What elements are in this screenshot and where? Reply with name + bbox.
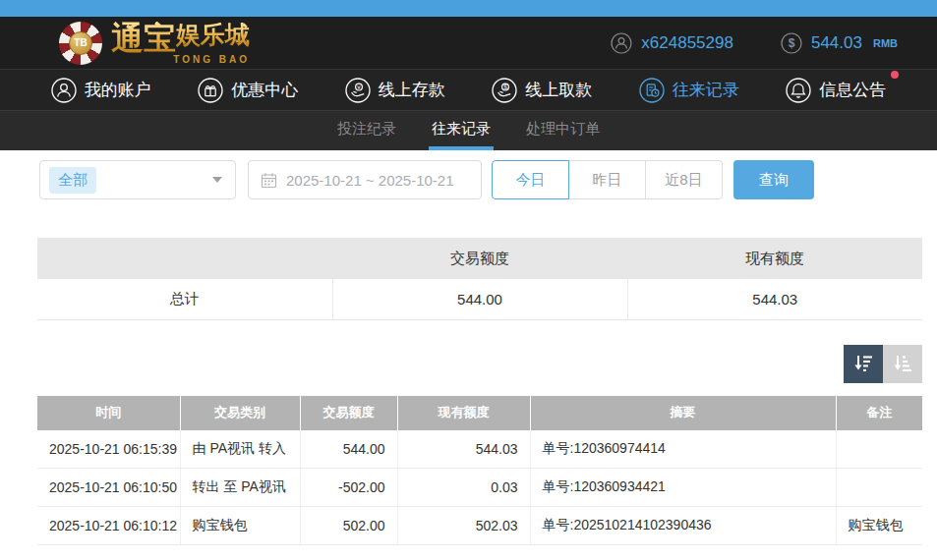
- filter-row: 全部 2025-10-21 ~ 2025-10-21 今日 昨日 近8日 查询: [39, 160, 937, 199]
- casino-chip-icon: TB: [59, 22, 102, 65]
- sort-descending-button[interactable]: [844, 345, 883, 383]
- nav-label: 优惠中心: [231, 79, 298, 101]
- date-range-value: 2025-10-21 ~ 2025-10-21: [286, 172, 454, 189]
- notification-dot: [891, 71, 899, 79]
- nav-item-deposit[interactable]: ¥ 线上存款: [345, 78, 445, 103]
- dollar-coin-icon: $: [781, 32, 802, 54]
- sort-ascending-icon: [892, 353, 913, 374]
- last-8-days-button[interactable]: 近8日: [645, 160, 723, 199]
- cell-summary: 单号:202510214102390436: [530, 507, 836, 545]
- bell-icon: [786, 78, 811, 103]
- quick-range-group: 今日 昨日 近8日: [492, 160, 723, 199]
- logo-title-main: 通宝: [111, 22, 176, 54]
- nav-label: 往来记录: [673, 79, 739, 101]
- cell-type: 购宝钱包: [180, 507, 300, 545]
- cell-balance: 0.03: [397, 469, 530, 507]
- sub-nav: 投注纪录 往来记录 处理中订单: [0, 110, 937, 150]
- cell-note: [836, 430, 922, 469]
- sort-controls: [37, 345, 922, 383]
- summary-total-label: 总计: [37, 279, 332, 319]
- cell-summary: 单号:120360974414: [530, 430, 836, 469]
- nav-item-promotions[interactable]: 优惠中心: [198, 78, 298, 103]
- table-row: 2025-10-21 06:10:12 购宝钱包 502.00 502.03 单…: [37, 507, 922, 545]
- deposit-icon: ¥: [345, 78, 371, 103]
- cell-time: 2025-10-21 06:10:50: [37, 469, 180, 507]
- top-accent-bar: [0, 0, 937, 17]
- summary-total-current-balance: 544.03: [627, 279, 922, 319]
- summary-header-transaction-amount: 交易额度: [332, 238, 627, 279]
- summary-header-spacer: [37, 238, 332, 279]
- logo-title-sub: 娱乐城: [176, 23, 250, 47]
- logo-title-en: TONG BAO: [173, 54, 250, 65]
- query-button[interactable]: 查询: [733, 160, 814, 199]
- cell-summary: 单号:120360934421: [530, 469, 836, 507]
- cell-amount: -502.00: [300, 469, 397, 507]
- col-summary: 摘要: [530, 396, 836, 430]
- main-nav: 我的账户 优惠中心 ¥ 线上存款 $ 线上取款: [0, 69, 937, 110]
- cell-note: 购宝钱包: [836, 507, 922, 545]
- nav-label: 线上存款: [379, 79, 445, 101]
- tab-processing-orders[interactable]: 处理中订单: [523, 111, 603, 150]
- svg-text:$: $: [789, 36, 795, 50]
- nav-label: 我的账户: [85, 79, 151, 101]
- balance-currency: RMB: [873, 37, 898, 49]
- sort-ascending-button[interactable]: [883, 345, 922, 383]
- balance-amount: 544.03: [811, 33, 862, 53]
- user-avatar-icon: [611, 32, 632, 54]
- records-icon: [639, 78, 665, 103]
- user-icon: [51, 78, 77, 103]
- tab-transaction-records[interactable]: 往来记录: [429, 111, 494, 150]
- user-balance[interactable]: $ 544.03 RMB: [781, 32, 898, 54]
- sort-descending-icon: [852, 353, 874, 374]
- cell-amount: 544.00: [300, 430, 397, 469]
- summary-total-row: 总计 544.00 544.03: [37, 279, 922, 319]
- logo-text: 通宝 娱乐城 TONG BAO: [111, 22, 250, 65]
- table-row: 2025-10-21 06:15:39 由 PA视讯 转入 544.00 544…: [37, 430, 922, 469]
- col-balance: 现有额度: [397, 396, 530, 430]
- gift-icon: [198, 78, 223, 103]
- cell-type: 由 PA视讯 转入: [180, 430, 300, 469]
- chevron-down-icon: [212, 177, 222, 183]
- tab-betting-records[interactable]: 投注纪录: [334, 111, 399, 150]
- summary-table: 交易额度 现有额度 总计 544.00 544.03: [37, 238, 922, 320]
- cell-type: 转出 至 PA视讯: [180, 469, 300, 507]
- cell-balance: 544.03: [397, 430, 530, 469]
- col-time: 时间: [37, 396, 180, 430]
- nav-item-withdraw[interactable]: $ 线上取款: [492, 78, 592, 103]
- nav-item-my-account[interactable]: 我的账户: [51, 78, 151, 103]
- cell-amount: 502.00: [300, 507, 397, 545]
- cell-balance: 502.03: [397, 507, 530, 545]
- table-row: 2025-10-21 06:10:50 转出 至 PA视讯 -502.00 0.…: [37, 469, 922, 507]
- transactions-header-row: 时间 交易类别 交易额度 现有额度 摘要 备注: [37, 396, 922, 430]
- nav-label: 信息公告: [819, 79, 886, 101]
- chip-monogram: TB: [69, 31, 92, 55]
- today-button[interactable]: 今日: [492, 160, 569, 199]
- site-header: TB 通宝 娱乐城 TONG BAO x624855298 $ 544.03 R…: [0, 17, 937, 69]
- user-info: x624855298 $ 544.03 RMB: [611, 32, 898, 54]
- summary-header-row: 交易额度 现有额度: [37, 238, 922, 279]
- user-id: x624855298: [641, 33, 733, 53]
- type-select-value: 全部: [49, 167, 96, 194]
- type-select[interactable]: 全部: [39, 160, 236, 199]
- col-note: 备注: [836, 396, 922, 430]
- nav-item-records[interactable]: 往来记录: [639, 78, 739, 103]
- site-logo: TB 通宝 娱乐城 TONG BAO: [59, 22, 250, 65]
- summary-total-transaction-amount: 544.00: [332, 279, 627, 319]
- user-account[interactable]: x624855298: [611, 32, 733, 54]
- svg-text:$: $: [503, 83, 507, 89]
- yesterday-button[interactable]: 昨日: [568, 160, 646, 199]
- cell-note: [836, 469, 922, 507]
- nav-item-announcements[interactable]: 信息公告: [786, 78, 886, 103]
- withdraw-icon: $: [492, 78, 517, 103]
- calendar-icon: [261, 172, 277, 189]
- summary-header-current-balance: 现有额度: [627, 238, 922, 279]
- transactions-table: 时间 交易类别 交易额度 现有额度 摘要 备注 2025-10-21 06:15…: [37, 396, 922, 546]
- nav-label: 线上取款: [525, 79, 592, 101]
- cell-time: 2025-10-21 06:10:12: [37, 507, 180, 545]
- cell-time: 2025-10-21 06:15:39: [37, 430, 180, 469]
- col-amount: 交易额度: [300, 396, 397, 430]
- date-range-input[interactable]: 2025-10-21 ~ 2025-10-21: [248, 160, 482, 199]
- col-type: 交易类别: [180, 396, 300, 430]
